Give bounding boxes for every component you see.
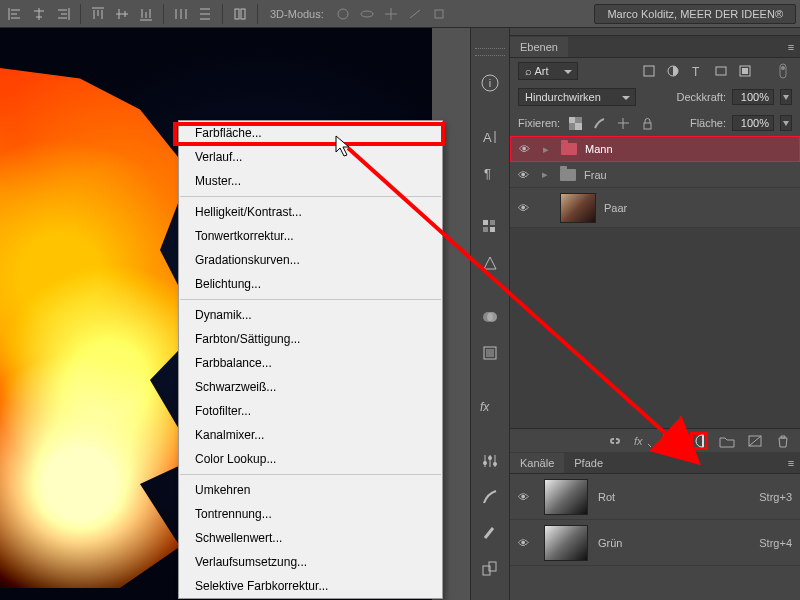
clone-panel-icon[interactable]: [476, 556, 504, 582]
blend-mode-dropdown[interactable]: Hindurchwirken: [518, 88, 636, 106]
new-group-icon[interactable]: [718, 432, 736, 450]
layer-name[interactable]: Mann: [585, 143, 613, 155]
delete-layer-icon[interactable]: [774, 432, 792, 450]
svg-rect-23: [644, 66, 654, 76]
workspace-user-label[interactable]: Marco Kolditz, MEER DER IDEEN®: [594, 4, 796, 24]
layer-filter-dropdown[interactable]: ⌕ Art: [518, 62, 578, 80]
disclosure-icon[interactable]: ▸: [542, 168, 552, 181]
lock-label: Fixieren:: [518, 117, 560, 129]
auto-align-icon[interactable]: [229, 3, 251, 25]
menu-item-farbton[interactable]: Farbton/Sättigung...: [179, 327, 442, 351]
layer-paar[interactable]: 👁 Paar: [510, 188, 800, 228]
distribute-h-icon[interactable]: [170, 3, 192, 25]
align-top-icon[interactable]: [87, 3, 109, 25]
align-vcenter-icon[interactable]: [111, 3, 133, 25]
filter-smart-icon[interactable]: [736, 62, 754, 80]
menu-item-tonwert[interactable]: Tonwertkorrektur...: [179, 224, 442, 248]
menu-item-verlauf[interactable]: Verlauf...: [179, 145, 442, 169]
tab-kanaele[interactable]: Kanäle: [510, 453, 564, 473]
menu-item-fotofilter[interactable]: Fotofilter...: [179, 399, 442, 423]
panel-grip[interactable]: [510, 28, 800, 36]
fx-panel-icon[interactable]: fx: [476, 394, 504, 420]
align-bottom-icon[interactable]: [135, 3, 157, 25]
menu-item-belichtung[interactable]: Belichtung...: [179, 272, 442, 296]
adjustments-panel-icon[interactable]: [476, 448, 504, 474]
menu-item-farbflaeche[interactable]: Farbfläche...: [179, 121, 442, 145]
brush-panel-icon[interactable]: [476, 484, 504, 510]
layer-frau[interactable]: 👁 ▸ Frau: [510, 162, 800, 188]
dock-grip[interactable]: [475, 48, 505, 56]
channel-rot[interactable]: 👁 Rot Strg+3: [510, 474, 800, 520]
menu-item-schwarzweiss[interactable]: Schwarzweiß...: [179, 375, 442, 399]
character-panel-icon[interactable]: A: [476, 124, 504, 150]
lock-transparent-icon[interactable]: [566, 114, 584, 132]
new-adjustment-layer-icon[interactable]: [690, 432, 708, 450]
color-panel-icon[interactable]: [476, 304, 504, 330]
visibility-icon[interactable]: 👁: [518, 169, 534, 181]
menu-item-schwellenwert[interactable]: Schwellenwert...: [179, 526, 442, 550]
tab-ebenen[interactable]: Ebenen: [510, 37, 568, 57]
paragraph-panel-icon[interactable]: ¶: [476, 160, 504, 186]
lock-position-icon[interactable]: [614, 114, 632, 132]
new-layer-icon[interactable]: [746, 432, 764, 450]
3d-scale-icon[interactable]: [428, 3, 450, 25]
3d-pan-icon[interactable]: [380, 3, 402, 25]
lock-all-icon[interactable]: [638, 114, 656, 132]
3d-rotate-icon[interactable]: [332, 3, 354, 25]
distribute-v-icon[interactable]: [194, 3, 216, 25]
search-icon: ⌕: [525, 65, 532, 77]
menu-item-umkehren[interactable]: Umkehren: [179, 478, 442, 502]
visibility-icon[interactable]: 👁: [518, 537, 534, 549]
filter-shape-icon[interactable]: [712, 62, 730, 80]
panel-menu-icon[interactable]: ≡: [782, 41, 800, 53]
filter-adjust-icon[interactable]: [664, 62, 682, 80]
align-right-icon[interactable]: [52, 3, 74, 25]
menu-item-selektive[interactable]: Selektive Farbkorrektur...: [179, 574, 442, 598]
channel-thumbnail: [544, 525, 588, 561]
brushpresets-panel-icon[interactable]: [476, 520, 504, 546]
opacity-flyout-icon[interactable]: [780, 89, 792, 105]
filter-type-icon[interactable]: T: [688, 62, 706, 80]
layer-mann[interactable]: 👁 ▸ Mann: [510, 136, 800, 162]
menu-item-helligkeit[interactable]: Helligkeit/Kontrast...: [179, 200, 442, 224]
layer-name[interactable]: Paar: [604, 202, 627, 214]
layers-tabrow: Ebenen ≡: [510, 36, 800, 58]
disclosure-icon[interactable]: ▸: [543, 143, 553, 156]
layer-name[interactable]: Frau: [584, 169, 607, 181]
fill-flyout-icon[interactable]: [780, 115, 792, 131]
align-left-icon[interactable]: [4, 3, 26, 25]
visibility-icon[interactable]: 👁: [518, 491, 534, 503]
filter-toggle[interactable]: [774, 62, 792, 80]
info-panel-icon[interactable]: i: [476, 70, 504, 96]
lock-image-icon[interactable]: [590, 114, 608, 132]
visibility-icon[interactable]: 👁: [518, 202, 534, 214]
menu-item-colorlookup[interactable]: Color Lookup...: [179, 447, 442, 471]
menu-item-muster[interactable]: Muster...: [179, 169, 442, 193]
menu-item-farbbalance[interactable]: Farbbalance...: [179, 351, 442, 375]
fill-value[interactable]: 100%: [732, 115, 774, 131]
tab-pfade[interactable]: Pfade: [564, 453, 613, 473]
styles-panel-icon[interactable]: [476, 340, 504, 366]
menu-item-verlaufsumsetzung[interactable]: Verlaufsumsetzung...: [179, 550, 442, 574]
align-hcenter-icon[interactable]: [28, 3, 50, 25]
menu-item-tontrennung[interactable]: Tontrennung...: [179, 502, 442, 526]
channel-gruen[interactable]: 👁 Grün Strg+4: [510, 520, 800, 566]
cursor-icon: [335, 135, 355, 159]
opacity-value[interactable]: 100%: [732, 89, 774, 105]
svg-rect-9: [483, 220, 488, 225]
swatches-panel-icon[interactable]: [476, 214, 504, 240]
panel-menu-icon[interactable]: ≡: [782, 457, 800, 469]
menu-item-gradation[interactable]: Gradationskurven...: [179, 248, 442, 272]
3d-slide-icon[interactable]: [404, 3, 426, 25]
filter-pixel-icon[interactable]: [640, 62, 658, 80]
fx-icon[interactable]: fx: [634, 432, 652, 450]
menu-item-kanalmixer[interactable]: Kanalmixer...: [179, 423, 442, 447]
3d-roll-icon[interactable]: [356, 3, 378, 25]
visibility-icon[interactable]: 👁: [519, 143, 535, 155]
navigator-panel-icon[interactable]: [476, 250, 504, 276]
mask-icon[interactable]: [662, 432, 680, 450]
menu-item-dynamik[interactable]: Dynamik...: [179, 303, 442, 327]
svg-text:A: A: [483, 130, 492, 145]
link-layers-icon[interactable]: [606, 432, 624, 450]
svg-rect-0: [235, 9, 239, 19]
